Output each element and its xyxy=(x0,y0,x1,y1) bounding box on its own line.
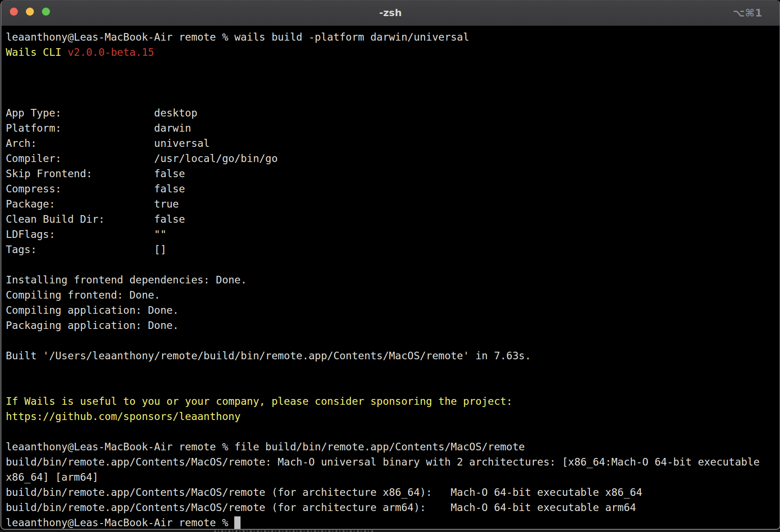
terminal-text-segment: Compiler: /usr/local/go/bin/go xyxy=(6,153,278,164)
terminal-line: If Wails is useful to you or your compan… xyxy=(6,394,775,409)
terminal-line xyxy=(6,378,775,394)
background-artifact xyxy=(214,530,375,532)
terminal-line xyxy=(6,75,775,90)
terminal-line: LDFlags: "" xyxy=(6,227,775,242)
terminal-line: https://github.com/sponsors/leaanthony xyxy=(6,409,775,424)
terminal-line: Packaging application: Done. xyxy=(6,318,775,333)
terminal-line: App Type: desktop xyxy=(6,105,775,121)
terminal-text-segment: Package: true xyxy=(6,198,179,210)
terminal-text-segment: Platform: darwin xyxy=(6,122,191,134)
terminal-line xyxy=(6,90,775,105)
terminal-text-segment: build/bin/remote.app/Contents/MacOS/remo… xyxy=(6,486,642,498)
terminal-text-segment: Wails CLI xyxy=(6,46,67,58)
terminal-text-segment: Installing frontend dependencies: Done. xyxy=(6,274,247,286)
terminal-text-segment: x86_64] [arm64] xyxy=(6,471,99,483)
terminal-text-segment: Arch: universal xyxy=(6,137,210,149)
titlebar[interactable]: -zsh ⌥⌘1 xyxy=(1,0,780,26)
terminal-text-segment: leaanthony@Leas-MacBook-Air remote % wai… xyxy=(6,31,469,43)
terminal-line: Compiling frontend: Done. xyxy=(6,287,775,303)
terminal-text-segment: App Type: desktop xyxy=(6,107,197,119)
terminal-line: Installing frontend dependencies: Done. xyxy=(6,272,775,287)
terminal-line: x86_64] [arm64] xyxy=(6,470,775,485)
terminal-output[interactable]: leaanthony@Leas-MacBook-Air remote % wai… xyxy=(1,26,780,530)
terminal-line: build/bin/remote.app/Contents/MacOS/remo… xyxy=(6,485,775,500)
terminal-window: -zsh ⌥⌘1 leaanthony@Leas-MacBook-Air rem… xyxy=(0,0,780,530)
terminal-line xyxy=(6,424,775,439)
terminal-line xyxy=(6,333,775,348)
terminal-line: build/bin/remote.app/Contents/MacOS/remo… xyxy=(6,454,775,470)
terminal-text-segment: If Wails is useful to you or your compan… xyxy=(6,395,512,407)
terminal-line: build/bin/remote.app/Contents/MacOS/remo… xyxy=(6,500,775,515)
terminal-line: Tags: [] xyxy=(6,242,775,257)
terminal-line: Arch: universal xyxy=(6,136,775,151)
terminal-line: Skip Frontend: false xyxy=(6,166,775,181)
background-window-sliver xyxy=(0,530,780,532)
terminal-text-segment: https://github.com/sponsors/leaanthony xyxy=(6,411,241,422)
terminal-text-segment: Clean Build Dir: false xyxy=(6,213,185,225)
terminal-text-segment: leaanthony@Leas-MacBook-Air remote % fil… xyxy=(6,441,525,453)
minimize-button[interactable] xyxy=(26,8,34,16)
terminal-line: leaanthony@Leas-MacBook-Air remote % xyxy=(6,515,775,530)
tab-shortcut-hint: ⌥⌘1 xyxy=(733,0,763,25)
close-button[interactable] xyxy=(10,8,18,16)
terminal-text-segment: LDFlags: "" xyxy=(6,229,166,240)
terminal-text-segment: Built '/Users/leaanthony/remote/build/bi… xyxy=(6,350,531,362)
terminal-text-segment: leaanthony@Leas-MacBook-Air remote % xyxy=(6,517,234,528)
cursor[interactable] xyxy=(234,516,241,529)
terminal-text-segment: Tags: [] xyxy=(6,244,166,255)
terminal-line xyxy=(6,363,775,378)
terminal-line: Package: true xyxy=(6,196,775,212)
terminal-line: Wails CLI v2.0.0-beta.15 xyxy=(6,45,775,60)
terminal-line: leaanthony@Leas-MacBook-Air remote % wai… xyxy=(6,29,775,45)
terminal-text-segment: v2.0.0-beta.15 xyxy=(67,46,154,58)
terminal-text-segment: build/bin/remote.app/Contents/MacOS/remo… xyxy=(6,456,759,468)
window-controls xyxy=(10,8,50,16)
terminal-line: Platform: darwin xyxy=(6,121,775,136)
zoom-button[interactable] xyxy=(42,8,50,16)
terminal-text-segment: build/bin/remote.app/Contents/MacOS/remo… xyxy=(6,502,636,513)
terminal-line: Built '/Users/leaanthony/remote/build/bi… xyxy=(6,348,775,363)
terminal-line xyxy=(6,60,775,75)
terminal-line: leaanthony@Leas-MacBook-Air remote % fil… xyxy=(6,439,775,454)
terminal-text-segment: Compiling application: Done. xyxy=(6,304,179,316)
terminal-text-segment: Skip Frontend: false xyxy=(6,168,185,179)
terminal-line: Clean Build Dir: false xyxy=(6,212,775,227)
terminal-line: Compress: false xyxy=(6,181,775,196)
terminal-line: Compiler: /usr/local/go/bin/go xyxy=(6,151,775,166)
window-title: -zsh xyxy=(1,0,780,25)
terminal-text-segment: Compress: false xyxy=(6,183,185,195)
terminal-line xyxy=(6,257,775,272)
terminal-line: Compiling application: Done. xyxy=(6,303,775,318)
terminal-text-segment: Compiling frontend: Done. xyxy=(6,289,160,301)
terminal-text-segment: Packaging application: Done. xyxy=(6,320,179,331)
